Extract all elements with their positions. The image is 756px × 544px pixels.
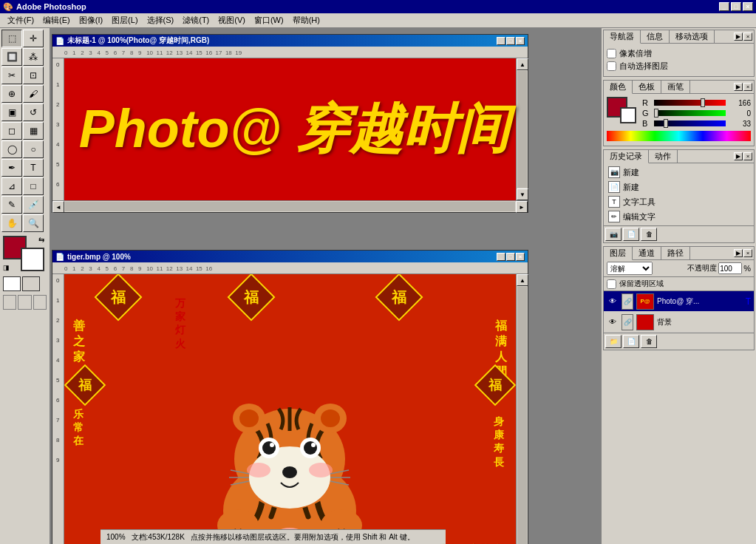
doc-bottom-canvas[interactable]: 福 福 福 善之家 乐常在 — [64, 274, 516, 544]
opacity-input[interactable] — [718, 262, 742, 274]
red-slider-thumb[interactable] — [701, 98, 705, 107]
tool-path[interactable]: ⊿ — [1, 177, 22, 195]
preserve-checkbox[interactable] — [607, 279, 616, 289]
tab-options[interactable]: 移动选项 — [670, 30, 715, 43]
tab-paths[interactable]: 路径 — [661, 247, 690, 259]
autolayer-checkbox[interactable] — [607, 61, 616, 71]
menu-filter[interactable]: 滤镜(T) — [178, 13, 214, 27]
scroll-up-btn[interactable]: ▲ — [517, 58, 528, 70]
doc-bottom-close[interactable]: × — [516, 253, 525, 261]
blend-mode-select[interactable]: 溶解 正常 正片叠底 — [607, 262, 653, 275]
scroll-right-btn[interactable]: ► — [516, 201, 528, 213]
swap-colors-icon[interactable]: ⇆ — [38, 236, 44, 244]
menu-view[interactable]: 视图(V) — [214, 13, 250, 27]
history-item-3[interactable]: ✏ 编辑文字 — [605, 209, 752, 224]
tab-actions[interactable]: 动作 — [649, 150, 678, 163]
history-item-1[interactable]: 📄 新建 — [605, 180, 752, 194]
new-doc-btn[interactable]: 📄 — [623, 228, 639, 241]
blue-slider-thumb[interactable] — [664, 119, 668, 128]
tool-magic-wand[interactable]: ⁂ — [23, 48, 44, 66]
nav-panel-close[interactable]: × — [743, 33, 752, 41]
tool-dodge[interactable]: ○ — [23, 140, 44, 158]
doc-top-minimize[interactable]: _ — [497, 37, 505, 45]
tab-brushes[interactable]: 画笔 — [661, 81, 690, 93]
tool-pen[interactable]: ✒ — [1, 159, 22, 177]
menu-select[interactable]: 选择(S) — [143, 13, 179, 27]
delete-history-btn[interactable]: 🗑 — [641, 228, 657, 241]
menu-edit[interactable]: 编辑(E) — [38, 13, 75, 27]
scroll-thumb-2[interactable] — [517, 287, 527, 544]
scroll-thumb[interactable] — [517, 71, 527, 188]
menu-image[interactable]: 图像(I) — [75, 13, 107, 27]
maximize-button[interactable]: □ — [731, 2, 741, 11]
history-item-0[interactable]: 📷 新建 — [605, 165, 752, 180]
green-slider-thumb[interactable] — [654, 109, 658, 118]
history-panel-close[interactable]: × — [743, 152, 752, 160]
tool-heal[interactable]: ⊕ — [1, 85, 22, 103]
standard-screen-btn[interactable] — [3, 295, 16, 310]
tab-swatches[interactable]: 色板 — [633, 81, 661, 93]
tab-navigator[interactable]: 导航器 — [604, 30, 641, 44]
scroll-h-thumb[interactable] — [65, 202, 515, 211]
tool-shape[interactable]: □ — [23, 177, 44, 195]
history-panel-menu[interactable]: ▶ — [734, 152, 743, 160]
color-spectrum-bar[interactable] — [607, 131, 751, 141]
history-item-2[interactable]: T 文字工具 — [605, 194, 752, 209]
fullscreen-with-menu-btn[interactable] — [18, 295, 31, 310]
doc-top-canvas[interactable]: Photo@ 穿越时间 — [64, 58, 516, 200]
tool-history-brush[interactable]: ↺ — [23, 103, 44, 121]
scroll-left-btn[interactable]: ◄ — [52, 201, 64, 213]
menu-layer[interactable]: 图层(L) — [107, 13, 142, 27]
minimize-button[interactable]: _ — [719, 2, 729, 11]
layer-row-0[interactable]: 👁 🔗 P@ Photo@ 穿... T — [604, 291, 754, 312]
layer-eye-1[interactable]: 👁 — [607, 316, 619, 328]
tool-hand[interactable]: ✋ — [1, 214, 22, 232]
tool-slice[interactable]: ⊡ — [23, 67, 44, 84]
new-layer-btn[interactable]: 📄 — [623, 335, 639, 348]
tool-stamp[interactable]: ▣ — [1, 103, 22, 121]
nav-panel-menu[interactable]: ▶ — [734, 33, 743, 41]
standard-mode-btn[interactable] — [3, 276, 21, 291]
scroll-down-btn[interactable]: ▼ — [517, 188, 528, 200]
pixel-checkbox[interactable] — [607, 49, 616, 58]
color-panel-close[interactable]: × — [743, 83, 752, 91]
delete-layer-btn[interactable]: 🗑 — [641, 335, 657, 348]
layer-row-1[interactable]: 👁 🔗 背景 — [604, 312, 754, 333]
tool-brush[interactable]: 🖌 — [23, 85, 44, 103]
doc-top-scrollbar-h[interactable]: ◄ ► — [52, 200, 528, 212]
quickmask-mode-btn[interactable] — [22, 276, 40, 291]
tool-crop[interactable]: ✂ — [1, 67, 22, 84]
doc-top-maximize[interactable]: □ — [506, 37, 515, 45]
tab-color[interactable]: 颜色 — [604, 81, 633, 94]
doc-bottom-minimize[interactable]: _ — [497, 253, 505, 261]
tab-info[interactable]: 信息 — [641, 30, 670, 43]
tab-history[interactable]: 历史记录 — [604, 150, 649, 163]
doc-top-scrollbar-v[interactable]: ▲ ▼ — [516, 58, 528, 200]
menu-file[interactable]: 文件(F) — [3, 13, 38, 27]
tool-text[interactable]: T — [23, 159, 44, 177]
color-panel-menu[interactable]: ▶ — [734, 83, 743, 91]
menu-help[interactable]: 帮助(H) — [288, 13, 324, 27]
layers-panel-close[interactable]: × — [743, 249, 752, 257]
scroll-up-btn-2[interactable]: ▲ — [517, 274, 528, 286]
tool-zoom[interactable]: 🔍 — [23, 214, 44, 232]
default-colors-icon[interactable]: ◨ — [3, 264, 10, 271]
layers-panel-menu[interactable]: ▶ — [734, 249, 743, 257]
bg-color-swatch[interactable] — [620, 107, 636, 123]
tool-lasso[interactable]: 🔲 — [1, 48, 22, 66]
tool-blur[interactable]: ◯ — [1, 140, 22, 158]
close-button[interactable]: × — [743, 2, 753, 11]
tool-eyedropper[interactable]: 💉 — [23, 196, 44, 214]
tool-move[interactable]: ✛ — [23, 30, 44, 47]
new-snapshot-btn[interactable]: 📷 — [605, 228, 622, 241]
tool-notes[interactable]: ✎ — [1, 196, 22, 214]
tool-eraser[interactable]: ◻ — [1, 122, 22, 140]
doc-top-close[interactable]: × — [516, 37, 525, 45]
doc-bottom-maximize[interactable]: □ — [506, 253, 515, 261]
layer-eye-0[interactable]: 👁 — [607, 296, 619, 307]
new-group-btn[interactable]: 📁 — [605, 335, 622, 348]
fullscreen-btn[interactable] — [33, 295, 47, 310]
tool-marquee[interactable]: ⬚ — [1, 30, 22, 47]
tab-channels[interactable]: 通道 — [633, 247, 661, 259]
tab-layers[interactable]: 图层 — [604, 247, 633, 260]
